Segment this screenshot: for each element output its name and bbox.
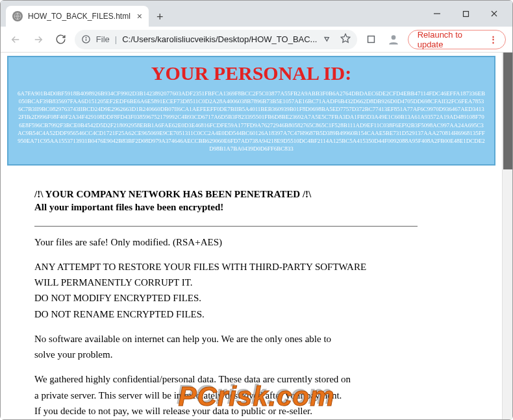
para-data-b: a private server. This server will be im… <box>34 389 424 402</box>
personal-id-value: 6A7FA901B4D0BF5918B4098926B934CF9902D3B1… <box>15 90 488 153</box>
para-data-c: If you decide to not pay, we will releas… <box>34 404 424 417</box>
extensions-icon[interactable] <box>362 31 380 49</box>
address-scheme: File <box>96 34 110 44</box>
reload-button[interactable] <box>52 31 69 49</box>
back-button[interactable] <box>7 31 25 49</box>
scroll-thumb[interactable] <box>503 53 512 169</box>
para-help-a: No software available on internet can he… <box>34 332 424 345</box>
toolbar: File | C:/Users/karolisliucveikis/Deskto… <box>1 27 512 53</box>
separator <box>34 226 418 227</box>
relaunch-button[interactable]: Relaunch to update ⋮ <box>408 30 506 49</box>
close-button[interactable] <box>480 4 508 23</box>
minimize-button[interactable] <box>423 4 451 23</box>
bookmark-icon[interactable] <box>340 33 351 45</box>
favicon-icon <box>12 11 23 21</box>
address-path: C:/Users/karolisliucveikis/Desktop/HOW_T… <box>122 34 317 44</box>
maximize-button[interactable] <box>451 4 480 23</box>
personal-id-header: YOUR PERSONAL ID: <box>15 62 488 84</box>
svg-rect-3 <box>463 11 468 16</box>
penetrated-line: /!\ YOUR COMPANY NETWORK HAS BEEN PENETR… <box>34 188 495 201</box>
forward-button[interactable] <box>30 31 47 49</box>
address-bar[interactable]: File | C:/Users/karolisliucveikis/Deskto… <box>75 30 358 49</box>
encrypted-line: All your important files have been encry… <box>34 201 495 214</box>
personal-id-box: YOUR PERSONAL ID: 6A7FA901B4D0BF5918B409… <box>7 56 495 166</box>
para-safe: Your files are safe! Only modified. (RSA… <box>34 236 424 249</box>
window-controls <box>423 1 512 27</box>
menu-dots-icon: ⋮ <box>489 34 497 44</box>
profile-icon[interactable] <box>385 31 403 49</box>
tab-title: HOW_TO_BACK_FILES.html <box>28 12 132 21</box>
info-icon <box>81 34 91 44</box>
para-warn-d: DO NOT RENAME ENCRYPTED FILES. <box>34 308 424 321</box>
close-tab-icon[interactable]: × <box>137 11 142 21</box>
browser-tab[interactable]: HOW_TO_BACK_FILES.html × <box>6 6 149 27</box>
titlebar: HOW_TO_BACK_FILES.html × + <box>1 1 512 27</box>
para-data-a: We gathered highly confidential/personal… <box>34 373 424 386</box>
svg-point-8 <box>86 38 86 38</box>
para-warn-c: DO NOT MODIFY ENCRYPTED FILES. <box>34 291 424 304</box>
svg-point-10 <box>392 35 396 40</box>
svg-rect-9 <box>368 36 375 43</box>
page-content: YOUR PERSONAL ID: 6A7FA901B4D0BF5918B409… <box>1 53 502 419</box>
relaunch-label: Relaunch to update <box>418 30 486 49</box>
vertical-scrollbar[interactable] <box>502 53 512 419</box>
para-warn-b: WILL PERMANENTLY CORRUPT IT. <box>34 276 424 289</box>
para-warn-a: ANY ATTEMPT TO RESTORE YOUR FILES WITH T… <box>34 260 424 273</box>
new-tab-button[interactable]: + <box>156 10 164 24</box>
para-help-b: solve your problem. <box>34 348 424 361</box>
share-icon[interactable] <box>322 33 332 45</box>
